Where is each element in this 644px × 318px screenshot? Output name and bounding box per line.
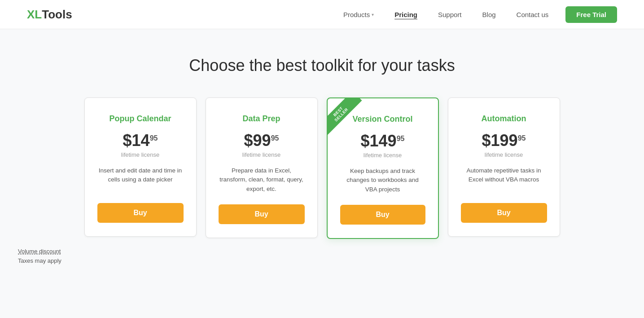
license-version-control: lifetime license — [364, 152, 402, 159]
nav-products[interactable]: Products ▾ — [335, 7, 382, 22]
desc-popup-calendar: Insert and edit date and time in cells u… — [97, 166, 184, 192]
page-title: Choose the best toolkit for your tasks — [9, 56, 635, 75]
desc-version-control: Keep backups and track changes to workbo… — [340, 167, 425, 194]
card-title-automation: Automation — [482, 114, 526, 124]
license-automation: lifetime license — [485, 151, 523, 158]
free-trial-button[interactable]: Free Trial — [565, 6, 617, 23]
license-data-prep: lifetime license — [242, 151, 280, 158]
price-main-popup-calendar: $14 — [123, 132, 150, 149]
card-popup-calendar: Popup Calendar $14 95 lifetime license I… — [84, 97, 197, 237]
logo-tools: Tools — [42, 8, 72, 22]
price-cents-version-control: 95 — [397, 135, 405, 143]
nav-contact[interactable]: Contact us — [508, 7, 557, 22]
header: XLTools Products ▾ Pricing Support Blog … — [0, 0, 644, 29]
price-data-prep: $99 95 — [244, 132, 279, 149]
taxes-note: Taxes may apply — [18, 257, 61, 264]
main-nav: Products ▾ Pricing Support Blog Contact … — [335, 6, 617, 23]
price-main-version-control: $149 — [361, 133, 397, 149]
desc-automation: Automate repetitive tasks in Excel witho… — [461, 166, 547, 192]
license-popup-calendar: lifetime license — [121, 151, 159, 158]
price-cents-popup-calendar: 95 — [150, 134, 158, 142]
price-cents-automation: 95 — [518, 134, 526, 142]
buy-button-automation[interactable]: Buy — [461, 203, 547, 223]
pricing-cards: Popup Calendar $14 95 lifetime license I… — [53, 97, 591, 239]
card-title-popup-calendar: Popup Calendar — [109, 114, 171, 124]
card-data-prep: Data Prep $99 95 lifetime license Prepar… — [206, 97, 318, 238]
volume-discount-link[interactable]: Volume discount — [18, 248, 635, 255]
price-main-data-prep: $99 — [244, 132, 271, 149]
logo-xl: XL — [27, 8, 42, 22]
nav-pricing[interactable]: Pricing — [386, 7, 425, 22]
price-popup-calendar: $14 95 — [123, 132, 158, 149]
nav-support[interactable]: Support — [430, 7, 470, 22]
nav-blog[interactable]: Blog — [474, 7, 504, 22]
price-main-automation: $199 — [482, 132, 518, 149]
price-automation: $199 95 — [482, 132, 526, 149]
footer-notes: Volume discount Taxes may apply — [9, 248, 635, 265]
chevron-down-icon: ▾ — [372, 12, 374, 17]
card-automation: Automation $199 95 lifetime license Auto… — [448, 97, 560, 237]
price-version-control: $149 95 — [361, 133, 405, 149]
logo[interactable]: XLTools — [27, 8, 72, 22]
main-content: Choose the best toolkit for your tasks P… — [0, 29, 644, 318]
desc-data-prep: Prepare data in Excel, transform, clean,… — [219, 166, 305, 194]
card-title-version-control: Version Control — [352, 115, 412, 124]
price-cents-data-prep: 95 — [271, 134, 279, 142]
card-version-control: BEST SELLER Version Control $149 95 life… — [327, 97, 439, 239]
buy-button-popup-calendar[interactable]: Buy — [97, 203, 184, 223]
buy-button-data-prep[interactable]: Buy — [219, 204, 305, 224]
card-title-data-prep: Data Prep — [242, 114, 280, 124]
buy-button-version-control[interactable]: Buy — [340, 205, 425, 225]
